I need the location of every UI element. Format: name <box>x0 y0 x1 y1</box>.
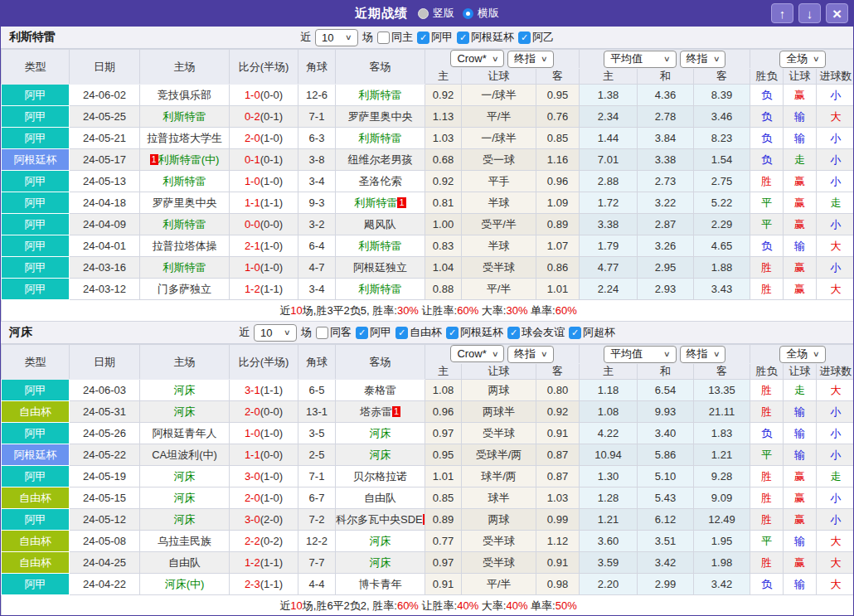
team-text: 河床 <box>370 427 391 439</box>
league-type-cell: 阿根廷杯 <box>2 444 70 466</box>
average-odds-cell: 1.21 <box>694 444 750 466</box>
league-filter-checkbox-4[interactable]: ✓ <box>507 327 520 339</box>
radio-icon <box>463 8 473 19</box>
team-text: 飓风队 <box>364 218 396 230</box>
move-up-button[interactable]: ↑ <box>771 3 793 23</box>
team-cell: 纽维尔老男孩 <box>336 149 425 171</box>
recent-count-select[interactable]: 10∨ <box>254 324 297 342</box>
close-button[interactable]: × <box>826 3 848 23</box>
team-text: 利斯特雷 <box>359 132 402 144</box>
odds-group-header: 全场∨ <box>750 50 854 69</box>
odds-group-header: 平均值∨ 终指∨ <box>580 345 750 364</box>
match-row: 阿甲24-06-02竞技俱乐部1-0(0-0)12-6利斯特雷0.92一/球半0… <box>2 85 854 106</box>
recent-count-select[interactable]: 10∨ <box>315 29 358 46</box>
fulltime-score: 2-0 <box>245 492 260 504</box>
league-filter-checkbox-1-wrap[interactable]: ✓阿甲 <box>417 30 453 45</box>
summary-segment: 单率: <box>527 599 555 612</box>
match-row: 阿根廷杯24-05-22CA坦波利(中)1-1(0-0)2-5河床0.95受球半… <box>2 444 854 466</box>
final-odds-select-value: 终指 <box>514 347 536 361</box>
league-filter-checkbox-1[interactable]: ✓ <box>417 32 429 44</box>
average-odds-cell: 3.42 <box>694 574 750 595</box>
bookmaker-select[interactable]: Crow*∨ <box>450 50 504 67</box>
halftime-score: (0-1) <box>260 110 283 123</box>
average-odds-cell: 9.28 <box>694 466 750 487</box>
league-filter-checkbox-1[interactable]: ✓ <box>356 327 368 339</box>
team-text: 河床 <box>174 405 196 418</box>
handicap-odds-cell: 平手 <box>462 171 536 192</box>
league-filter-checkbox-1-wrap[interactable]: ✓阿甲 <box>356 325 391 340</box>
move-down-button[interactable]: ↓ <box>798 3 821 23</box>
final-odds-select-2[interactable]: 终指∨ <box>680 51 726 68</box>
layout-radio-2[interactable]: 横版 <box>463 6 499 21</box>
match-row: 阿甲24-05-13利斯特雷1-0(1-0)3-4圣洛伦索0.92平手0.962… <box>2 171 854 192</box>
venue-filter-checkbox-wrap[interactable]: 同主 <box>377 30 413 45</box>
league-filter-checkbox-2-wrap[interactable]: ✓阿根廷杯 <box>457 30 514 45</box>
corners-cell: 6-5 <box>298 380 336 401</box>
average-select[interactable]: 平均值∨ <box>604 346 677 363</box>
halftime-score: (1-0) <box>260 240 283 252</box>
league-filter-checkbox-2[interactable]: ✓ <box>457 32 469 44</box>
match-date: 24-05-12 <box>70 509 140 531</box>
team-cell: 自由队 <box>140 552 230 574</box>
average-odds-cell: 1.44 <box>580 128 638 149</box>
score-cell: 1-0(1-0) <box>230 423 298 444</box>
team-cell: 贝尔格拉诺 <box>336 466 425 487</box>
fulltime-select[interactable]: 全场∨ <box>779 346 826 363</box>
league-filter-checkbox-3[interactable]: ✓ <box>518 32 531 44</box>
final-odds-select-2[interactable]: 终指∨ <box>680 346 726 363</box>
result-cell: 赢 <box>784 214 817 235</box>
match-row: 阿甲24-04-22河床(中)2-3(1-1)4-4博卡青年0.91平/半0.9… <box>2 574 854 595</box>
match-row: 阿甲24-04-18罗萨里奥中央1-1(1-1)9-3利斯特雷10.81半球1.… <box>2 192 854 214</box>
result-cell: 胜 <box>750 257 784 279</box>
summary-segment: 40% <box>457 599 478 612</box>
odds-group-header: 全场∨ <box>750 345 854 364</box>
result-cell: 小 <box>817 423 854 444</box>
team-text: 自由队 <box>364 492 396 504</box>
handicap-odds-cell: 受半球 <box>462 257 536 279</box>
layout-radio-1[interactable]: 竖版 <box>418 6 454 21</box>
final-odds-select-2-value: 终指 <box>687 347 708 361</box>
team-cell: 河床 <box>336 531 425 552</box>
team-section-2: 河床近10∨场同客✓阿甲✓自由杯✓阿根廷杯✓球会友谊✓阿超杯类型日期主场比分(半… <box>1 322 853 616</box>
final-odds-select[interactable]: 终指∨ <box>507 346 554 363</box>
final-odds-select[interactable]: 终指∨ <box>507 51 554 68</box>
average-odds-cell: 21.11 <box>694 401 750 423</box>
handicap-odds-cell: 0.80 <box>536 380 580 401</box>
result-cell: 负 <box>750 235 784 257</box>
venue-filter-checkbox-wrap[interactable]: 同客 <box>316 325 352 340</box>
league-filter-checkbox-2-wrap[interactable]: ✓自由杯 <box>395 325 442 340</box>
league-filter-checkbox-3-wrap[interactable]: ✓阿乙 <box>518 30 554 45</box>
league-filter-checkbox-3[interactable]: ✓ <box>446 327 459 339</box>
team-cell: 河床 <box>140 401 230 423</box>
league-filter-checkbox-5[interactable]: ✓ <box>569 327 581 339</box>
average-odds-cell: 3.38 <box>580 214 638 235</box>
summary-row: 近10场,胜3平2负5, 胜率:30% 让胜率:60% 大率:30% 单率:60… <box>2 300 854 322</box>
average-select[interactable]: 平均值∨ <box>604 51 677 68</box>
team-header-bar: 利斯特雷近10∨场同主✓阿甲✓阿根廷杯✓阿乙 <box>1 27 853 49</box>
match-date: 24-05-26 <box>70 423 140 444</box>
league-filter-checkbox-2[interactable]: ✓ <box>395 327 408 339</box>
handicap-odds-cell: 平/半 <box>462 279 536 300</box>
team-text: 拉普拉塔体操 <box>153 240 217 252</box>
result-cell: 胜 <box>750 552 784 574</box>
league-filter-checkbox-3-wrap[interactable]: ✓阿根廷杯 <box>446 325 503 340</box>
fulltime-select[interactable]: 全场∨ <box>779 51 826 68</box>
league-filter-checkbox-5-wrap[interactable]: ✓阿超杯 <box>569 325 615 340</box>
result-cell: 赢 <box>784 192 817 214</box>
match-date: 24-05-21 <box>70 128 140 149</box>
league-filter-checkbox-4-wrap[interactable]: ✓球会友谊 <box>507 325 565 340</box>
result-cell: 小 <box>817 401 854 423</box>
venue-filter-checkbox[interactable] <box>316 327 328 339</box>
bookmaker-select[interactable]: Crow*∨ <box>450 345 504 362</box>
team-name: 河床 <box>9 325 32 340</box>
column-header: 类型 <box>2 345 70 380</box>
average-odds-cell: 3.42 <box>638 552 694 574</box>
result-cell: 输 <box>784 423 817 444</box>
result-cell: 胜 <box>750 401 784 423</box>
league-type-cell: 阿甲 <box>2 106 70 128</box>
average-odds-cell: 3.38 <box>638 149 694 171</box>
handicap-odds-cell: 1.09 <box>536 192 580 214</box>
sub-column-header: 和 <box>638 69 694 85</box>
venue-filter-checkbox[interactable] <box>377 32 390 44</box>
sub-column-header: 主 <box>425 69 462 85</box>
